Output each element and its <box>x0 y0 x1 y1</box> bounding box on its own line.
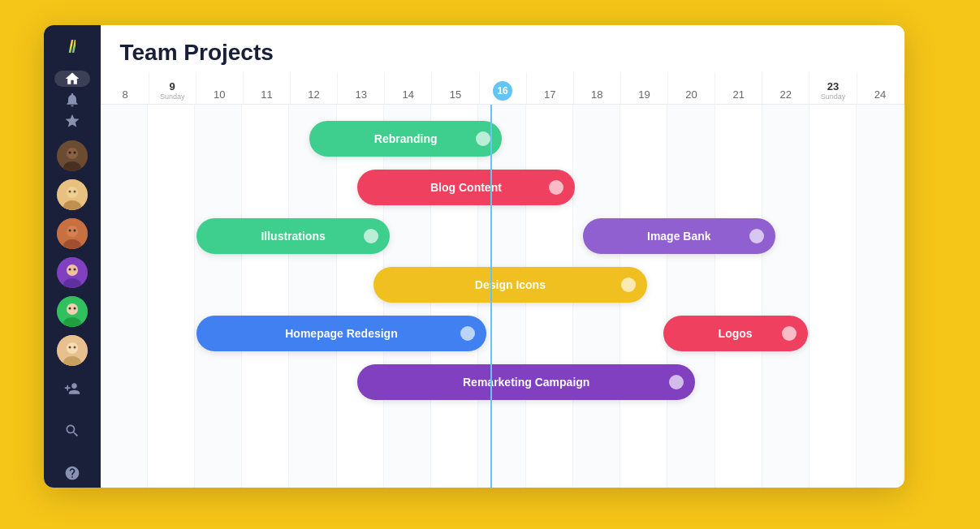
avatar-user3[interactable] <box>57 218 88 249</box>
svg-point-8 <box>68 191 71 193</box>
gantt-bar-rebranding[interactable]: Rebranding <box>309 121 503 157</box>
avatar-user1[interactable] <box>57 140 88 171</box>
gantt-bar-dot-logos <box>782 326 797 341</box>
timeline-day-8: 8 <box>102 72 149 104</box>
gantt-bars: RebrandingBlog ContentIllustrationsImage… <box>101 105 904 488</box>
sidebar-item-favorites[interactable] <box>54 113 90 129</box>
avatar-user1-face <box>57 140 88 171</box>
avatar-user5[interactable] <box>57 296 88 327</box>
timeline-day-10: 10 <box>196 72 244 104</box>
help-icon <box>64 465 80 481</box>
timeline-day-23: 23Sunday <box>809 72 857 104</box>
svg-point-1 <box>67 148 78 159</box>
timeline-day-22: 22 <box>762 72 809 104</box>
timeline-day-15: 15 <box>432 72 479 104</box>
bell-icon <box>64 92 80 108</box>
avatar-user2[interactable] <box>57 179 88 210</box>
svg-point-19 <box>73 269 76 271</box>
gantt-bar-label-image-bank: Image Bank <box>647 230 711 243</box>
timeline-day-14: 14 <box>385 72 432 104</box>
outer-container: // <box>44 25 937 504</box>
gantt-body: RebrandingBlog ContentIllustrationsImage… <box>101 105 904 488</box>
add-user-icon <box>64 381 80 397</box>
gantt-bar-dot-design-icons <box>621 277 636 292</box>
timeline-day-12: 12 <box>291 72 338 104</box>
svg-point-24 <box>73 308 76 310</box>
home-icon <box>64 71 80 87</box>
timeline-day-17: 17 <box>527 72 574 104</box>
today-line <box>490 105 492 488</box>
svg-point-9 <box>73 191 76 193</box>
svg-point-26 <box>67 342 78 354</box>
timeline-day-18: 18 <box>574 72 621 104</box>
gantt-bar-dot-blog-content <box>549 180 563 195</box>
avatar-user5-face <box>57 296 88 327</box>
app-window: // <box>44 25 904 488</box>
gantt-bar-label-homepage-redesign: Homepage Redesign <box>285 327 397 340</box>
svg-point-21 <box>67 303 78 315</box>
gantt-bar-dot-image-bank <box>749 229 764 243</box>
timeline-day-21: 21 <box>715 72 762 104</box>
app-logo[interactable]: // <box>58 37 87 58</box>
svg-point-18 <box>68 269 71 271</box>
sidebar-item-notifications[interactable] <box>54 92 90 108</box>
timeline-day-16: 16 <box>480 72 527 104</box>
sidebar-item-help[interactable] <box>54 455 90 488</box>
timeline-day-20: 20 <box>668 72 715 104</box>
gantt-container: 89Sunday1011121314151617181920212223Sund… <box>101 72 904 488</box>
timeline-day-9: 9Sunday <box>149 72 196 104</box>
gantt-bar-homepage-redesign[interactable]: Homepage Redesign <box>196 316 486 351</box>
sidebar-avatars <box>57 140 88 366</box>
svg-point-28 <box>68 346 71 349</box>
gantt-bar-label-design-icons: Design Icons <box>475 278 546 291</box>
svg-point-4 <box>73 152 76 154</box>
main-content: Team Projects 89Sunday101112131415161718… <box>101 25 904 488</box>
timeline-day-19: 19 <box>621 72 668 104</box>
sidebar-item-add-user[interactable] <box>54 371 90 406</box>
header: Team Projects <box>101 25 904 72</box>
svg-point-3 <box>68 152 71 154</box>
avatar-user4[interactable] <box>57 257 88 288</box>
timeline-day-13: 13 <box>338 72 385 104</box>
timeline-header: 89Sunday1011121314151617181920212223Sund… <box>101 72 904 105</box>
gantt-bar-dot-remarketing-campaign <box>669 375 684 389</box>
timeline-day-24: 24 <box>857 72 904 104</box>
gantt-bar-design-icons[interactable]: Design Icons <box>373 267 647 303</box>
gantt-bar-dot-homepage-redesign <box>460 326 475 341</box>
avatar-user4-face <box>57 257 88 288</box>
page-title: Team Projects <box>120 40 885 66</box>
timeline-day-11: 11 <box>244 72 291 104</box>
avatar-user6-face <box>57 335 88 366</box>
search-icon <box>64 423 80 439</box>
gantt-bar-dot-illustrations <box>364 229 378 243</box>
star-icon <box>64 113 80 129</box>
svg-point-29 <box>73 346 76 349</box>
logo-icon: // <box>68 37 75 58</box>
gantt-bar-label-logos: Logos <box>719 327 753 340</box>
svg-point-16 <box>67 264 78 276</box>
avatar-user3-face <box>57 218 88 249</box>
sidebar-bottom-icons <box>54 371 90 488</box>
gantt-bar-label-rebranding: Rebranding <box>374 132 438 145</box>
gantt-bar-remarketing-campaign[interactable]: Remarketing Campaign <box>357 364 695 400</box>
avatar-user6[interactable] <box>57 335 88 366</box>
gantt-bar-illustrations[interactable]: Illustrations <box>196 218 390 254</box>
svg-point-14 <box>73 230 76 232</box>
gantt-bar-logos[interactable]: Logos <box>663 316 808 351</box>
svg-point-23 <box>68 308 71 310</box>
avatar-user2-face <box>57 179 88 210</box>
gantt-bar-blog-content[interactable]: Blog Content <box>357 170 574 205</box>
sidebar: // <box>44 25 101 488</box>
gantt-bar-dot-rebranding <box>476 131 490 146</box>
gantt-bar-image-bank[interactable]: Image Bank <box>583 218 776 254</box>
svg-point-6 <box>67 187 78 198</box>
svg-point-11 <box>67 226 78 237</box>
gantt-bar-label-illustrations: Illustrations <box>261 230 325 243</box>
sidebar-item-home[interactable] <box>54 71 90 87</box>
sidebar-item-search[interactable] <box>54 413 90 449</box>
gantt-bar-label-remarketing-campaign: Remarketing Campaign <box>463 376 589 389</box>
svg-point-13 <box>68 230 71 232</box>
